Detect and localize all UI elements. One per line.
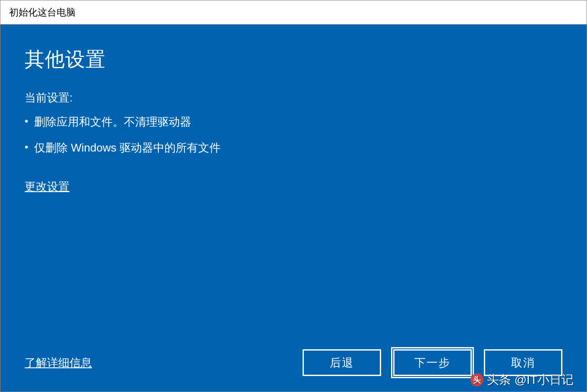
dialog-window: 初始化这台电脑 其他设置 当前设置: 删除应用和文件。不清理驱动器 仅删除 Wi… (0, 0, 587, 392)
dialog-footer: 了解详细信息 后退 下一步 取消 (25, 349, 562, 376)
change-settings-link[interactable]: 更改设置 (25, 179, 562, 194)
learn-more-link[interactable]: 了解详细信息 (25, 355, 92, 370)
back-button[interactable]: 后退 (303, 349, 381, 376)
dialog-content: 其他设置 当前设置: 删除应用和文件。不清理驱动器 仅删除 Windows 驱动… (0, 25, 587, 392)
settings-list: 删除应用和文件。不清理驱动器 仅删除 Windows 驱动器中的所有文件 (25, 113, 562, 164)
list-item: 删除应用和文件。不清理驱动器 (25, 113, 562, 131)
list-item: 仅删除 Windows 驱动器中的所有文件 (25, 139, 562, 157)
window-title: 初始化这台电脑 (9, 6, 76, 19)
current-settings-label: 当前设置: (25, 90, 562, 105)
next-button[interactable]: 下一步 (393, 349, 472, 376)
page-heading: 其他设置 (25, 46, 562, 73)
cancel-button[interactable]: 取消 (484, 349, 562, 376)
titlebar: 初始化这台电脑 (0, 0, 587, 25)
